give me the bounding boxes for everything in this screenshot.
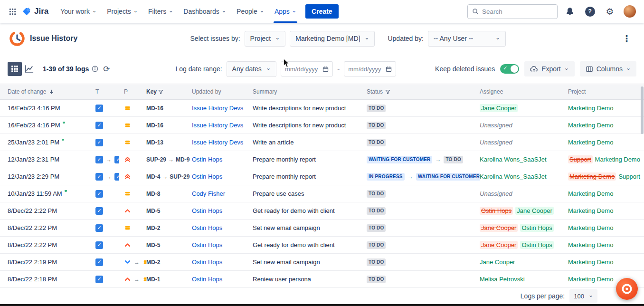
cell-assignee: Karolina Wons_SaaSJet bbox=[480, 156, 568, 163]
app-title-wrap: Issue History bbox=[9, 30, 77, 47]
project-select[interactable]: Marketing Demo [MD] ⌄ bbox=[290, 31, 375, 47]
cell-type: ✓→✓ bbox=[89, 156, 119, 163]
cell-updated-by: Ostin Hops bbox=[192, 258, 253, 266]
updated-by-link[interactable]: Ostin Hops bbox=[192, 173, 222, 180]
deleted-issue-dot bbox=[65, 190, 67, 192]
updated-by-link[interactable]: Ostin Hops bbox=[192, 156, 222, 163]
page-title: Issue History bbox=[30, 34, 77, 43]
updated-by-link[interactable]: Ostin Hops bbox=[192, 207, 222, 214]
export-button[interactable]: Export ⌄ bbox=[524, 61, 575, 76]
filter-icon[interactable] bbox=[385, 89, 390, 95]
updated-by-link[interactable]: Issue History Devs bbox=[192, 105, 243, 112]
cell-updated-by: Issue History Devs bbox=[192, 122, 253, 129]
cell-project: Marketing Demo bbox=[568, 258, 641, 266]
updated-by-value: -- Any User -- bbox=[434, 35, 473, 42]
chevron-down-icon: ⌄ bbox=[364, 34, 369, 41]
nav-item-filters[interactable]: Filters⌄ bbox=[143, 0, 178, 23]
status-badge: TO DO bbox=[367, 190, 386, 198]
nav-item-apps[interactable]: Apps⌄ bbox=[269, 0, 302, 23]
field-value: Support bbox=[618, 173, 640, 180]
chart-view-button[interactable] bbox=[22, 62, 36, 76]
cell-key: MD-13 bbox=[146, 139, 192, 146]
create-button[interactable]: Create bbox=[305, 4, 339, 19]
column-header-status[interactable]: Status bbox=[367, 88, 480, 95]
cell-summary: Get ready for demo with client bbox=[253, 207, 367, 214]
help-button[interactable]: ? bbox=[582, 4, 597, 19]
jira-logo[interactable]: Jira bbox=[20, 7, 55, 16]
task-type-icon: ✓ bbox=[95, 122, 103, 129]
grid-view-button[interactable] bbox=[8, 62, 22, 76]
date-from-input[interactable] bbox=[285, 66, 320, 73]
vertical-scrollbar[interactable] bbox=[641, 86, 644, 134]
notifications-button[interactable] bbox=[562, 4, 578, 19]
filter-icon[interactable] bbox=[158, 89, 163, 95]
logs-per-page-select[interactable]: 100 ⌄ bbox=[569, 289, 597, 303]
table-row: 16/Feb/23 4:16 PM✓MD-16Issue History Dev… bbox=[0, 100, 644, 117]
cell-status: TO DO bbox=[367, 190, 480, 198]
nav-item-people[interactable]: People⌄ bbox=[231, 0, 269, 23]
issue-key: MD-2 bbox=[146, 259, 160, 266]
settings-button[interactable]: ⚙ bbox=[602, 4, 617, 19]
calendar-icon[interactable] bbox=[386, 66, 392, 73]
date-to-input[interactable] bbox=[348, 66, 383, 73]
nav-item-projects[interactable]: Projects⌄ bbox=[102, 0, 143, 23]
refresh-button[interactable]: ⟳ bbox=[103, 65, 110, 73]
cell-summary: Get ready for demo with client bbox=[253, 241, 367, 249]
columns-button[interactable]: Columns ⌄ bbox=[580, 61, 636, 76]
sort-desc-icon[interactable] bbox=[48, 89, 55, 95]
field-value: Jane Cooper bbox=[515, 207, 553, 215]
issue-history-logo-icon bbox=[9, 30, 26, 47]
task-type-icon: ✓ bbox=[95, 224, 103, 232]
nav-item-label: People bbox=[237, 8, 257, 15]
support-chat-button[interactable] bbox=[616, 278, 638, 300]
task-type-icon: ✓ bbox=[95, 139, 103, 146]
toggle-knob bbox=[511, 65, 518, 73]
field-value: Marketing Demo bbox=[568, 276, 613, 283]
updated-by-link[interactable]: Issue History Devs bbox=[192, 122, 243, 129]
table-row: 25/Jan/23 2:01 PM✓MD-13Issue History Dev… bbox=[0, 134, 644, 151]
profile-button[interactable] bbox=[622, 4, 637, 19]
cell-type: ✓ bbox=[89, 139, 119, 146]
calendar-icon[interactable] bbox=[322, 66, 329, 73]
updated-by-link[interactable]: Issue History Devs bbox=[192, 139, 243, 146]
cell-updated-by: Ostin Hops bbox=[192, 173, 253, 180]
priority-highest-icon bbox=[124, 173, 131, 180]
brand-name: Jira bbox=[34, 7, 48, 16]
column-header-date-of-change[interactable]: Date of change bbox=[8, 88, 89, 95]
updated-by-select[interactable]: -- Any User -- ⌄ bbox=[428, 31, 506, 47]
nav-item-dashboards[interactable]: Dashboards⌄ bbox=[178, 0, 231, 23]
cell-status: TO DO bbox=[367, 258, 480, 266]
cell-type: ✓ bbox=[89, 207, 119, 215]
app-switcher-button[interactable] bbox=[5, 4, 20, 19]
issues-by-select[interactable]: Project ⌄ bbox=[245, 31, 286, 47]
column-header-key[interactable]: Key bbox=[146, 88, 192, 95]
change-arrow-icon: → bbox=[133, 276, 140, 283]
field-value: Ostin Hops bbox=[480, 207, 513, 215]
cell-status: TO DO bbox=[367, 241, 480, 249]
search-input[interactable] bbox=[482, 8, 553, 15]
keep-deleted-toggle[interactable] bbox=[500, 64, 519, 74]
change-date: 8/Dec/22 2:19 PM bbox=[8, 258, 57, 266]
updated-by-link[interactable]: Ostin Hops bbox=[192, 276, 222, 283]
change-date: 25/Jan/23 2:01 PM bbox=[8, 139, 59, 146]
info-icon[interactable] bbox=[92, 66, 98, 72]
updated-by-link[interactable]: Ostin Hops bbox=[192, 224, 222, 231]
nav-item-your-work[interactable]: Your work⌄ bbox=[55, 0, 102, 23]
cell-priority bbox=[119, 122, 146, 129]
issue-summary: Write descriptions for new product bbox=[253, 105, 346, 112]
issue-summary: Prepare monthly report bbox=[253, 173, 316, 180]
logs-count: 1-39 of 39 logs bbox=[43, 65, 89, 73]
updated-by-link[interactable]: Cody Fisher bbox=[192, 190, 225, 197]
more-options-button[interactable]: ⋮ bbox=[618, 31, 635, 46]
cell-type: ✓ bbox=[89, 224, 119, 232]
topnav-items: Your work⌄Projects⌄Filters⌄Dashboards⌄Pe… bbox=[55, 0, 302, 23]
updated-by-link[interactable]: Ostin Hops bbox=[192, 258, 222, 266]
cell-date: 16/Feb/23 4:16 PM bbox=[8, 105, 89, 112]
field-value: Marketing Demo bbox=[568, 190, 613, 197]
updated-by-link[interactable]: Ostin Hops bbox=[192, 241, 222, 249]
table-row: 16/Feb/23 4:16 PM✓MD-16Issue History Dev… bbox=[0, 117, 644, 134]
cell-status: TO DO bbox=[367, 122, 480, 129]
date-preset-select[interactable]: Any dates ⌄ bbox=[227, 61, 276, 77]
cell-key: MD-2 bbox=[146, 259, 192, 266]
logs-per-page-value: 100 bbox=[574, 293, 584, 300]
